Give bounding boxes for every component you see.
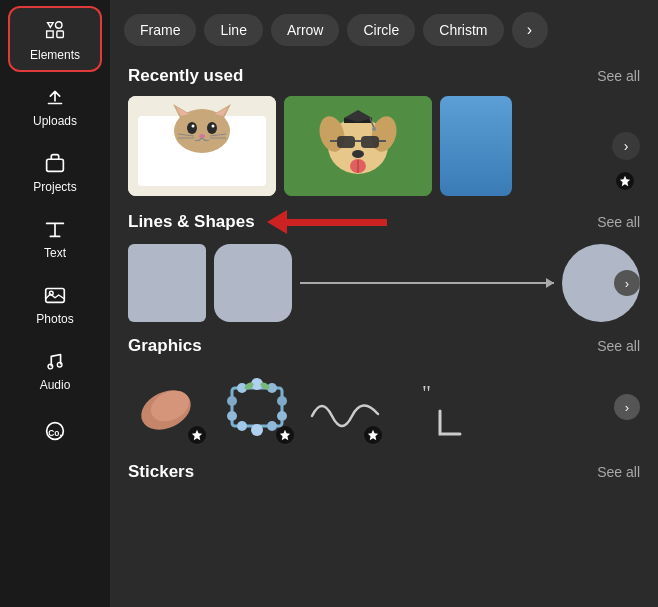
svg-point-54 — [251, 424, 263, 436]
elements-icon — [42, 18, 68, 44]
tag-christm[interactable]: Christm — [423, 14, 503, 46]
svg-point-42 — [372, 127, 376, 131]
red-arrow-indicator — [267, 210, 387, 234]
shapes-row: › — [128, 244, 640, 322]
stickers-see-all[interactable]: See all — [597, 464, 640, 480]
sidebar-text-label: Text — [44, 246, 66, 260]
svg-rect-45 — [232, 388, 282, 426]
brand-icon: Co. — [42, 418, 68, 444]
svg-point-20 — [212, 125, 215, 128]
recently-grid: › — [128, 96, 640, 196]
cat-image — [128, 96, 276, 196]
pro-badge-frame-icon — [279, 429, 291, 441]
svg-rect-32 — [361, 136, 379, 148]
lines-shapes-header: Lines & Shapes See all — [128, 210, 640, 234]
sidebar-photos-label: Photos — [36, 312, 73, 326]
sidebar: Elements Uploads Projects Text Photos — [0, 0, 110, 607]
stickers-section: Stickers See all — [110, 452, 658, 496]
svg-point-7 — [57, 362, 62, 367]
shape-line-with-arrow[interactable] — [300, 244, 554, 322]
recently-used-see-all[interactable]: See all — [597, 68, 640, 84]
photos-icon — [42, 282, 68, 308]
sidebar-audio-label: Audio — [40, 378, 71, 392]
svg-point-51 — [227, 411, 237, 421]
svg-text:": " — [422, 380, 431, 405]
recent-item-blue[interactable] — [440, 96, 512, 196]
svg-point-50 — [277, 396, 287, 406]
sidebar-item-uploads[interactable]: Uploads — [10, 74, 100, 136]
sidebar-elements-label: Elements — [30, 48, 80, 62]
lines-shapes-see-all[interactable]: See all — [597, 214, 640, 230]
tag-arrow[interactable]: Arrow — [271, 14, 340, 46]
graphics-see-all[interactable]: See all — [597, 338, 640, 354]
sidebar-item-projects[interactable]: Projects — [10, 140, 100, 202]
recent-item-cat[interactable] — [128, 96, 276, 196]
projects-icon — [42, 150, 68, 176]
svg-point-52 — [277, 411, 287, 421]
lines-shapes-section: Lines & Shapes See all › — [110, 200, 658, 326]
shape-square[interactable] — [128, 244, 206, 322]
main-panel: Frame Line Arrow Circle Christm › Recent… — [110, 0, 658, 607]
graphic-wave[interactable] — [304, 366, 386, 448]
sidebar-item-elements[interactable]: Elements — [10, 8, 100, 70]
shape-rounded-rect[interactable] — [214, 244, 292, 322]
svg-point-21 — [199, 134, 205, 138]
svg-point-53 — [237, 421, 247, 431]
graphics-next-button[interactable]: › — [614, 394, 640, 420]
graphics-title: Graphics — [128, 336, 202, 356]
svg-rect-1 — [47, 31, 54, 38]
graphic-frame[interactable] — [216, 366, 298, 448]
graphic-quote[interactable]: " — [392, 366, 474, 448]
svg-point-6 — [48, 364, 53, 369]
sidebar-item-brand[interactable]: Co. — [10, 408, 100, 452]
tag-frame[interactable]: Frame — [124, 14, 196, 46]
svg-point-18 — [207, 122, 217, 134]
lines-shapes-title: Lines & Shapes — [128, 212, 255, 232]
svg-point-49 — [227, 396, 237, 406]
quote-svg: " — [392, 366, 474, 448]
audio-icon — [42, 348, 68, 374]
tag-more-button[interactable]: › — [512, 12, 548, 48]
dog-image — [284, 96, 432, 196]
sidebar-projects-label: Projects — [33, 180, 76, 194]
tag-line[interactable]: Line — [204, 14, 262, 46]
tag-bar: Frame Line Arrow Circle Christm › — [110, 0, 658, 58]
svg-point-55 — [267, 421, 277, 431]
graphics-row: " › — [128, 366, 640, 448]
sidebar-item-text[interactable]: Text — [10, 206, 100, 268]
shapes-next-button[interactable]: › — [614, 270, 640, 296]
svg-point-19 — [192, 125, 195, 128]
svg-rect-31 — [337, 136, 355, 148]
sidebar-item-photos[interactable]: Photos — [10, 272, 100, 334]
recently-used-section: Recently used See all — [110, 58, 658, 200]
text-icon — [42, 216, 68, 242]
recent-item-dog[interactable] — [284, 96, 432, 196]
graphic-brush[interactable] — [128, 366, 210, 448]
svg-text:Co.: Co. — [48, 428, 61, 438]
tag-circle[interactable]: Circle — [347, 14, 415, 46]
svg-point-36 — [352, 150, 364, 158]
pro-badge-wave-icon — [367, 429, 379, 441]
svg-point-17 — [187, 122, 197, 134]
pro-badge-brush-icon — [191, 429, 203, 441]
svg-rect-3 — [47, 159, 64, 171]
sidebar-uploads-label: Uploads — [33, 114, 77, 128]
svg-rect-2 — [57, 31, 64, 38]
sidebar-item-audio[interactable]: Audio — [10, 338, 100, 400]
svg-point-0 — [55, 22, 62, 29]
recently-used-next-button[interactable]: › — [612, 132, 640, 160]
stickers-title: Stickers — [128, 462, 194, 482]
recently-used-title: Recently used — [128, 66, 243, 86]
uploads-icon — [42, 84, 68, 110]
graphics-section: Graphics See all — [110, 326, 658, 452]
